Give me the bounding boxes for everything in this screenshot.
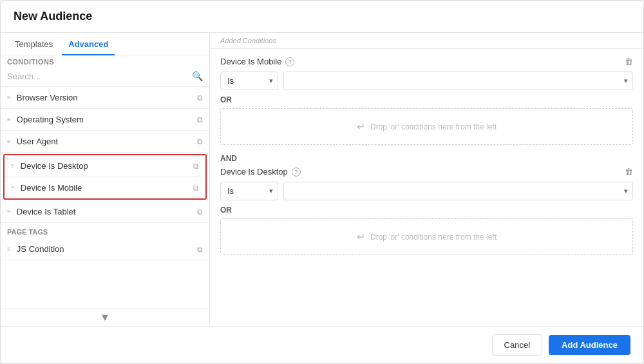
drag-handle-icon: ≡: [11, 185, 15, 191]
value-select-desktop[interactable]: [283, 182, 633, 200]
operator-select-desktop[interactable]: Is Is Not: [220, 182, 278, 200]
external-link-icon[interactable]: ⧉: [193, 184, 199, 193]
or-label-2: OR: [220, 206, 633, 215]
drag-handle-icon: ≡: [7, 95, 12, 101]
drop-hint-desktop: Drop 'or' conditions here from the left: [370, 233, 497, 242]
condition-block-desktop: Device Is Desktop ? 🗑 Is Is Not: [220, 167, 633, 255]
search-icon: 🔍: [192, 71, 203, 81]
new-audience-dialog: New Audience Templates Advanced Conditio…: [0, 0, 644, 364]
list-item-user-agent[interactable]: ≡ User Agent ⧉: [1, 131, 209, 153]
list-item-device-is-mobile[interactable]: ≡ Device Is Mobile ⧉: [5, 177, 205, 198]
delete-condition-mobile[interactable]: 🗑: [625, 57, 633, 66]
dialog-title: New Audience: [14, 10, 92, 23]
tab-templates[interactable]: Templates: [8, 33, 59, 55]
or-label-1: OR: [220, 95, 633, 104]
list-item-js-condition[interactable]: ≡ JS Condition ⧉: [1, 238, 209, 260]
drag-handle-icon: ≡: [11, 163, 15, 169]
dialog-header: New Audience: [1, 1, 643, 33]
external-link-icon[interactable]: ⧉: [193, 162, 199, 171]
external-link-icon[interactable]: ⧉: [197, 207, 203, 216]
external-link-icon[interactable]: ⧉: [197, 93, 203, 102]
drag-handle-icon: ≡: [7, 209, 12, 215]
search-bar: 🔍: [1, 66, 209, 87]
conditions-scroll: Device Is Mobile ? 🗑 Is Is Not: [210, 49, 643, 326]
external-link-icon[interactable]: ⧉: [197, 137, 203, 146]
dialog-body: Templates Advanced Conditions 🔍 ≡ Browse…: [1, 33, 643, 326]
left-panel: Templates Advanced Conditions 🔍 ≡ Browse…: [1, 33, 210, 326]
condition-header-mobile: Device Is Mobile ? 🗑: [220, 57, 633, 66]
external-link-icon[interactable]: ⧉: [197, 115, 203, 124]
list-item-device-is-desktop[interactable]: ≡ Device Is Desktop ⧉: [5, 155, 205, 177]
list-item-device-is-tablet[interactable]: ≡ Device Is Tablet ⧉: [1, 201, 209, 223]
condition-block-mobile: Device Is Mobile ? 🗑 Is Is Not: [220, 57, 633, 145]
page-tags-label: Page Tags: [1, 223, 209, 238]
cursor-icon: ↵: [357, 120, 365, 133]
search-input[interactable]: [7, 72, 188, 81]
drop-zone-mobile: ↵ Drop 'or' conditions here from the lef…: [220, 108, 633, 145]
scroll-down-button[interactable]: ▼: [1, 309, 209, 326]
dialog-footer: Cancel Add Audience: [1, 326, 643, 363]
help-icon-desktop[interactable]: ?: [292, 168, 301, 177]
list-item-browser-version[interactable]: ≡ Browser Version ⧉: [1, 87, 209, 109]
conditions-list: ≡ Browser Version ⧉ ≡ Operating System ⧉…: [1, 87, 209, 309]
tab-advanced[interactable]: Advanced: [62, 33, 115, 55]
conditions-header: Added Conditions: [210, 33, 643, 49]
list-item-operating-system[interactable]: ≡ Operating System ⧉: [1, 109, 209, 131]
operator-select-mobile[interactable]: Is Is Not: [220, 72, 278, 90]
drag-handle-icon: ≡: [7, 117, 12, 123]
right-panel: Added Conditions Device Is Mobile ? 🗑: [210, 33, 643, 326]
drop-hint-mobile: Drop 'or' conditions here from the left: [370, 122, 497, 131]
condition-header-desktop: Device Is Desktop ? 🗑: [220, 167, 633, 177]
drag-handle-icon: ≡: [7, 139, 12, 145]
condition-title-mobile: Device Is Mobile: [220, 57, 281, 66]
cancel-button[interactable]: Cancel: [492, 334, 542, 356]
external-link-icon[interactable]: ⧉: [197, 245, 203, 254]
condition-row-mobile: Is Is Not: [220, 72, 633, 90]
condition-title-desktop: Device Is Desktop: [220, 167, 288, 177]
cursor-icon-2: ↵: [357, 231, 365, 243]
drop-zone-desktop: ↵ Drop 'or' conditions here from the lef…: [220, 218, 633, 255]
condition-row-desktop: Is Is Not: [220, 182, 633, 200]
drag-handle-icon: ≡: [7, 246, 12, 253]
tabs-bar: Templates Advanced: [1, 33, 209, 55]
and-connector: AND: [220, 154, 633, 163]
selected-items-group: ≡ Device Is Desktop ⧉ ≡ Device Is Mobile…: [3, 154, 207, 200]
delete-condition-desktop[interactable]: 🗑: [625, 167, 633, 177]
conditions-section-label: Conditions: [1, 55, 209, 66]
add-audience-button[interactable]: Add Audience: [549, 335, 630, 355]
value-select-mobile[interactable]: [283, 72, 633, 90]
help-icon-mobile[interactable]: ?: [285, 57, 294, 66]
